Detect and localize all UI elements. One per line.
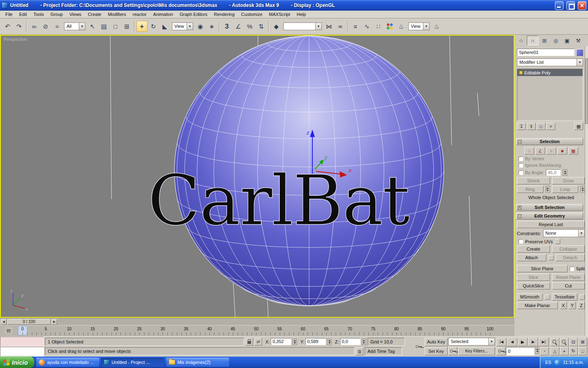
coord-z-field[interactable]: 0,0 <box>340 338 361 345</box>
select-and-rotate-icon[interactable]: ↻ <box>148 21 159 32</box>
border-mode-icon[interactable]: ○ <box>546 147 556 155</box>
chevron-down-icon[interactable]: ▼ <box>315 22 322 30</box>
start-button[interactable]: Inicio <box>0 357 34 368</box>
menu-animation[interactable]: Animation <box>150 11 176 18</box>
curve-editor-icon[interactable]: ∿ <box>361 21 372 32</box>
coord-y-field[interactable]: 0,589 <box>305 338 326 345</box>
restore-button[interactable] <box>566 1 575 10</box>
modifier-list-dropdown[interactable]: Modifier List ▼ <box>517 58 583 66</box>
grow-button[interactable]: Grow <box>552 177 585 184</box>
absolute-offset-toggle-icon[interactable]: ⇄ <box>254 338 262 346</box>
command-panel-scrollbar[interactable] <box>585 46 588 336</box>
current-frame-spinner[interactable] <box>535 347 539 354</box>
previous-frame-icon[interactable]: ◀ <box>507 338 517 346</box>
menu-edit[interactable]: Edit <box>16 11 30 18</box>
maxscript-mini-listener[interactable] <box>0 337 44 357</box>
listener-script-row[interactable] <box>0 347 44 357</box>
set-key-button[interactable]: Set Key <box>425 347 448 356</box>
select-and-link-icon[interactable]: ∞ <box>29 21 40 32</box>
zoom-all-icon[interactable] <box>560 338 569 346</box>
ignore-backfacing-checkbox[interactable] <box>519 163 523 168</box>
detach-button[interactable]: Detach <box>556 254 585 261</box>
constraints-dropdown[interactable]: None ▼ <box>543 229 585 237</box>
modifier-stack[interactable]: Editable Poly <box>517 69 583 121</box>
msmooth-button[interactable]: MSmooth <box>517 293 543 301</box>
viewport-label[interactable]: Perspective <box>4 37 27 42</box>
go-to-start-icon[interactable]: |◀ <box>497 338 507 346</box>
chevron-down-icon[interactable]: ▼ <box>423 22 430 30</box>
time-configuration-icon[interactable]: ◔ <box>540 347 549 356</box>
time-slider-prev-icon[interactable]: ◀ <box>1 319 7 325</box>
time-tag-field[interactable]: Add Time Tag <box>365 347 402 355</box>
angle-snap-icon[interactable]: ∠ <box>233 21 244 32</box>
loop-button[interactable]: Loop <box>552 186 579 193</box>
coord-x-field[interactable]: 0,352 <box>271 338 291 345</box>
minimize-button[interactable] <box>555 1 564 10</box>
render-scene-icon[interactable]: ♨ <box>396 21 407 32</box>
tab-motion-icon[interactable]: ◎ <box>550 36 561 45</box>
edge-mode-icon[interactable]: ∠ <box>535 147 545 155</box>
mirror-icon[interactable]: ⋈ <box>323 21 334 32</box>
coord-x-spinner[interactable] <box>292 339 297 345</box>
by-angle-field[interactable]: 45,0 <box>546 169 561 176</box>
chevron-down-icon[interactable]: ▼ <box>578 229 585 237</box>
key-filters-button[interactable]: Key Filters... <box>458 347 495 356</box>
pan-view-icon[interactable]: + <box>560 347 569 355</box>
by-angle-spinner[interactable] <box>563 169 567 176</box>
set-keys-icon[interactable] <box>448 347 457 356</box>
go-to-end-icon[interactable]: ▶| <box>539 338 549 346</box>
selection-lock-toggle[interactable] <box>245 338 253 346</box>
layer-manager-icon[interactable]: ≡ <box>350 21 361 32</box>
rollout-soft-selection[interactable]: + Soft Selection <box>516 204 583 211</box>
field-of-view-icon[interactable]: △ <box>550 347 559 355</box>
tab-display-icon[interactable]: ▣ <box>561 36 573 45</box>
current-frame-field[interactable]: 0 <box>506 347 535 356</box>
stack-item-editable-poly[interactable]: Editable Poly <box>517 69 583 76</box>
title-bar[interactable]: Untitled - Project Folder: C:\Documents … <box>0 0 588 11</box>
preserve-uvs-settings-button[interactable] <box>555 239 560 244</box>
scrollbar-thumb[interactable] <box>585 58 588 124</box>
next-frame-icon[interactable]: ▶ <box>528 338 538 346</box>
selection-filter-dropdown[interactable]: All ▼ <box>64 22 85 30</box>
spinner-snap-icon[interactable]: ⇅ <box>256 21 267 32</box>
redo-icon[interactable]: ↷ <box>13 21 24 32</box>
reset-plane-button[interactable]: Reset Plane <box>552 274 585 281</box>
select-and-move-icon[interactable]: + <box>136 21 147 32</box>
slice-plane-button[interactable]: Slice Plane <box>517 265 568 272</box>
bind-to-space-warp-icon[interactable]: ≈ <box>51 21 62 32</box>
taskbar-item-3dsmax[interactable]: Untitled - Project ... <box>101 358 164 367</box>
tab-modify-icon[interactable]: ∩ <box>527 36 539 45</box>
select-and-scale-icon[interactable]: ◣ <box>159 21 170 32</box>
percent-snap-icon[interactable]: % <box>244 21 255 32</box>
material-editor-icon[interactable] <box>384 21 395 32</box>
ring-spinner[interactable] <box>546 186 550 193</box>
tray-clock[interactable]: 11:15 a.m. <box>563 360 584 365</box>
select-and-manipulate-icon[interactable]: ∗ <box>206 21 217 32</box>
zoom-extents-icon[interactable]: ⊡ <box>569 338 578 346</box>
menu-file[interactable]: File <box>2 11 16 18</box>
viewport-canvas[interactable]: CarlBat z x y <box>1 36 514 317</box>
loop-spinner[interactable] <box>580 186 585 193</box>
menu-graph-editors[interactable]: Graph Editors <box>176 11 211 18</box>
menu-maxscript[interactable]: MAXScript <box>266 11 294 18</box>
undo-icon[interactable]: ↶ <box>2 21 13 32</box>
sphere01-object[interactable]: CarlBat <box>148 36 444 306</box>
make-planar-x-button[interactable]: X <box>560 302 567 309</box>
configure-modifier-sets-icon[interactable]: ▦ <box>574 123 583 130</box>
perspective-viewport[interactable]: Perspective <box>0 35 514 318</box>
communication-center-icon[interactable]: ▥ <box>356 348 363 355</box>
object-color-swatch[interactable] <box>576 49 583 56</box>
menu-help[interactable]: Help <box>294 11 310 18</box>
collapse-icon[interactable]: - <box>518 140 521 144</box>
use-pivot-point-center-icon[interactable]: ◉ <box>195 21 206 32</box>
repeat-last-button[interactable]: Repeat Last <box>517 221 585 228</box>
menu-tools[interactable]: Tools <box>30 11 47 18</box>
by-angle-checkbox[interactable] <box>519 171 523 175</box>
make-unique-icon[interactable]: ◇ <box>537 123 546 130</box>
msmooth-settings-button[interactable] <box>545 294 550 300</box>
unlink-selection-icon[interactable]: ⊘ <box>40 21 51 32</box>
select-by-name-icon[interactable]: ▤ <box>98 21 109 32</box>
track-bar[interactable]: ▤ 05101520253035404550556065707580859095… <box>0 325 514 336</box>
coord-y-spinner[interactable] <box>327 339 332 345</box>
tessellate-settings-button[interactable] <box>579 294 585 300</box>
